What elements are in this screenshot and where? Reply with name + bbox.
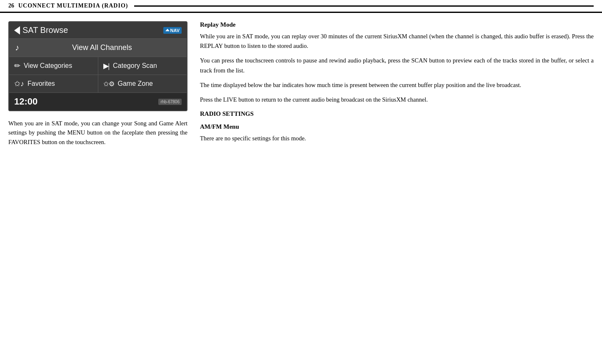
time-display: 12:00 [14,96,37,107]
music-note-icon: ♪ [15,43,19,52]
right-column: Replay Mode While you are in SAT mode, y… [200,21,594,360]
star-music-icon: ✩♪ [14,79,24,88]
pencil-icon: ✏ [14,61,20,70]
content-area: SAT Browse NAV ♪ View All Channels ✏ [0,13,602,364]
amfm-menu-heading: AM/FM Menu [200,123,594,130]
header-bar: 26 UCONNECT MULTIMEDIA (RADIO) [0,0,602,13]
page-container: 26 UCONNECT MULTIMEDIA (RADIO) SAT Brows… [0,0,602,364]
radio-settings-heading: RADIO SETTINGS [200,110,594,117]
nav-badge-label: NAV [170,28,180,33]
caption-text: When you are in SAT mode, you can change… [8,119,187,147]
mid-row: ✏ View Categories ▶| Category Scan [9,57,187,75]
radio-settings-section: RADIO SETTINGS [200,110,594,117]
page-number: 26 [8,2,14,9]
back-arrow-icon [14,26,20,35]
bottom-menu-row: ✩♪ Favorites ✩⚙ Game Zone [9,75,187,93]
view-all-channels-row[interactable]: ♪ View All Channels [9,39,187,57]
header-divider [134,5,594,7]
category-scan-label: Category Scan [113,62,157,70]
category-scan-button[interactable]: ▶| Category Scan [98,57,187,75]
nav-up-arrow-icon [165,29,170,31]
replay-para-2: You can press the touchscreen controls t… [200,56,594,75]
game-zone-label: Game Zone [118,80,153,87]
image-code: rhb-67806 [158,99,182,105]
amfm-menu-section: AM/FM Menu There are no specific setting… [200,123,594,143]
replay-mode-section: Replay Mode While you are in SAT mode, y… [200,21,594,105]
replay-para-3: The time displayed below the bar indicat… [200,80,594,90]
replay-mode-heading: Replay Mode [200,21,594,28]
favorites-label: Favorites [27,80,55,87]
left-column: SAT Browse NAV ♪ View All Channels ✏ [8,21,187,360]
replay-para-1: While you are in SAT mode, you can repla… [200,32,594,51]
nav-badge: NAV [163,27,182,34]
game-zone-button[interactable]: ✩⚙ Game Zone [98,75,187,92]
header-title: UCONNECT MULTIMEDIA (RADIO) [18,2,128,9]
skip-forward-icon: ▶| [103,62,110,70]
back-button[interactable]: SAT Browse [14,25,68,35]
view-categories-button[interactable]: ✏ View Categories [9,57,98,75]
view-categories-label: View Categories [24,62,72,70]
screen-mockup: SAT Browse NAV ♪ View All Channels ✏ [8,21,187,111]
favorites-button[interactable]: ✩♪ Favorites [9,75,98,92]
amfm-para-1: There are no specific settings for this … [200,134,594,143]
view-all-channels-label: View All Channels [23,43,181,52]
time-row: 12:00 rhb-67806 [9,93,187,110]
sat-browse-row: SAT Browse NAV [9,22,187,39]
replay-para-4: Press the LIVE button to return to the c… [200,95,594,105]
star-gear-icon: ✩⚙ [103,80,115,88]
sat-browse-title: SAT Browse [22,25,68,35]
